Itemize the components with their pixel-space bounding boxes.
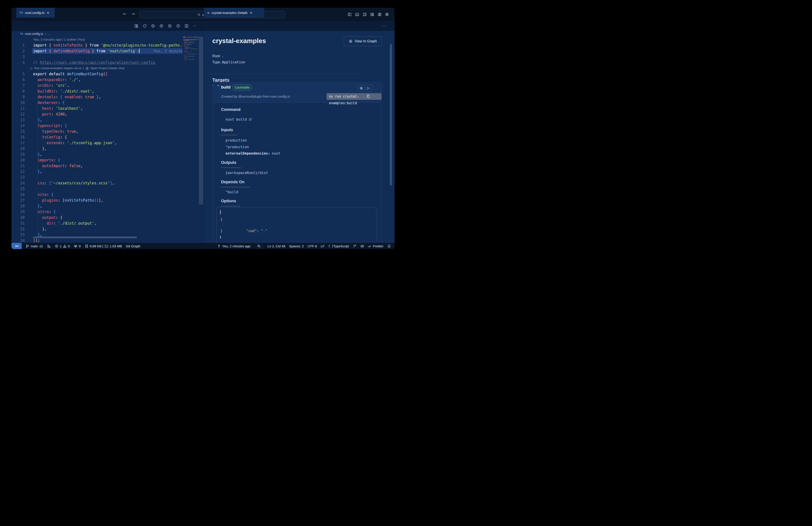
- tab-crystal-examples-details[interactable]: ≡ crystal-examples Details ×: [204, 8, 264, 18]
- blame-indicator[interactable]: You, 2 minutes ago: [217, 244, 250, 248]
- split-editor-icon[interactable]: [185, 24, 189, 28]
- code-line[interactable]: 5export default defineNuxtConfig({: [12, 71, 183, 77]
- view-target-button[interactable]: [358, 85, 365, 91]
- code-line[interactable]: 6 workspaceDir: './',: [12, 77, 183, 83]
- close-tab-icon[interactable]: ×: [46, 11, 49, 15]
- code-line[interactable]: 16 tsConfig: {: [12, 134, 183, 140]
- customize-layout-icon[interactable]: [370, 12, 374, 17]
- editor-vertical-scrollbar[interactable]: [199, 37, 203, 204]
- code-line[interactable]: 23: [12, 174, 183, 180]
- code-line[interactable]: 10 devServer: {: [12, 100, 183, 105]
- code-line[interactable]: 29 nitro: {: [12, 209, 183, 215]
- external-link-icon[interactable]: [248, 118, 252, 121]
- line-number: 5: [12, 71, 25, 77]
- code-line[interactable]: 17 extends: './tsconfig.app.json',: [12, 140, 183, 146]
- code-line[interactable]: 22 },: [12, 169, 183, 174]
- previous-change-icon[interactable]: [151, 24, 155, 28]
- prettier[interactable]: Prettier: [368, 244, 383, 248]
- code-line[interactable]: 25: [12, 186, 183, 192]
- close-tab-icon[interactable]: ×: [249, 11, 252, 15]
- remote-indicator[interactable]: ><: [12, 243, 21, 249]
- panel-scrollbar[interactable]: [390, 44, 392, 185]
- code-line[interactable]: 8 buildDir: './dist/.nuxt',: [12, 88, 183, 94]
- code-line[interactable]: 31 dir: './dist/.output',: [12, 221, 183, 226]
- source-control-graph[interactable]: [47, 244, 51, 248]
- collapse-chevron-icon[interactable]: ^: [217, 85, 220, 88]
- settings-gear-icon[interactable]: ⚙: [385, 12, 389, 17]
- back-arrow-icon[interactable]: ←: [123, 11, 127, 16]
- toggle-primary-sidebar-icon[interactable]: [348, 12, 352, 17]
- code-line[interactable]: 11 host: 'localhost',: [12, 105, 183, 111]
- line-number: 29: [12, 209, 25, 215]
- account-icon[interactable]: [378, 12, 382, 17]
- current-change-icon[interactable]: [159, 24, 163, 28]
- code-line[interactable]: 1import { nxViteTsPaths } from '@nx/vite…: [12, 42, 183, 48]
- encoding[interactable]: UTF-8: [308, 244, 317, 248]
- refresh-icon[interactable]: [143, 24, 147, 28]
- code-line[interactable]: 21 autoImport: false,: [12, 163, 183, 169]
- code-line[interactable]: 32 },: [12, 226, 183, 232]
- code-line[interactable]: 12 port: 4200,: [12, 111, 183, 117]
- code-line[interactable]: 34});: [12, 238, 183, 243]
- code-line[interactable]: 13 },: [12, 117, 183, 123]
- code-line[interactable]: 2import { defineNuxtConfig } from 'nuxt/…: [12, 48, 183, 54]
- eol[interactable]: LF: [321, 244, 324, 248]
- run-command-chip[interactable]: nx run crystal-examples:build: [327, 93, 381, 100]
- next-change-icon[interactable]: [168, 24, 172, 28]
- code-line[interactable]: 26 vite: {: [12, 192, 183, 197]
- code-line[interactable]: 24 css: ['~/assets/css/styles.scss'],: [12, 180, 183, 186]
- code-line[interactable]: 4// https://nuxt.com/docs/api/configurat…: [12, 60, 183, 65]
- toggle-panel-icon[interactable]: [355, 12, 359, 17]
- branch-indicator[interactable]: main: [26, 244, 43, 248]
- panel-more-actions-icon[interactable]: ···: [382, 21, 387, 31]
- code-editor[interactable]: You, 3 minutes ago | 1 author (You)▷Run …: [12, 37, 204, 243]
- breadcrumb-more[interactable]: ...: [48, 32, 50, 35]
- toggle-secondary-sidebar-icon[interactable]: [363, 12, 367, 17]
- command-value[interactable]: nuxt build: [226, 117, 252, 122]
- breadcrumb-file[interactable]: nuxt.config.ts: [25, 32, 43, 35]
- code-line[interactable]: 18 },: [12, 146, 183, 152]
- run-icon[interactable]: ▷: [30, 65, 33, 71]
- code-line[interactable]: 27 plugins: [nxViteTsPaths()],: [12, 197, 183, 203]
- commit-icon: [217, 244, 221, 248]
- cursor-position[interactable]: Ln 2, Col 48: [267, 244, 285, 248]
- open-changes-icon[interactable]: [134, 24, 139, 28]
- code-line[interactable]: 3: [12, 54, 183, 60]
- view-in-graph-button[interactable]: View In Graph: [344, 37, 382, 46]
- git-graph[interactable]: Git Graph: [126, 244, 140, 248]
- language-mode[interactable]: { }TypeScript: [328, 244, 349, 248]
- copy-icon[interactable]: [366, 94, 370, 98]
- file-size-indicator[interactable]: 9.88 KB |1.03 MB: [85, 244, 122, 248]
- ports-indicator[interactable]: 0: [74, 244, 81, 248]
- minimap[interactable]: import { nxViteTsPaths } from '@nx/vite/…: [183, 37, 199, 68]
- codelens-row[interactable]: ▷Run crystal-examples targets via nx|Ope…: [30, 65, 125, 71]
- timeline-icon[interactable]: [176, 24, 180, 28]
- output-item: {workspaceRoot}/dist: [226, 171, 268, 175]
- indentation[interactable]: Spaces: 2: [289, 244, 304, 248]
- line-number: 8: [12, 88, 25, 94]
- breadcrumb[interactable]: TS nuxt.config.ts › ...: [20, 31, 50, 37]
- copilot[interactable]: [360, 244, 364, 248]
- options-json-editor[interactable]: { "cwd": "." }: [216, 207, 376, 243]
- open-project-details-icon[interactable]: [85, 67, 89, 70]
- code-line[interactable]: 30 output: {: [12, 215, 183, 221]
- extension-wand[interactable]: [353, 244, 357, 248]
- tab-nuxt-config[interactable]: TS nuxt.config.ts ×: [16, 8, 55, 18]
- forward-arrow-icon[interactable]: →: [131, 11, 135, 16]
- build-target-header[interactable]: ^ build Cacheable ▷ Created by @nx/nuxt/…: [213, 82, 381, 103]
- code-line[interactable]: 9 devtools: { enabled: true },: [12, 94, 183, 100]
- code-line[interactable]: 20 imports: {: [12, 157, 183, 163]
- notifications[interactable]: [387, 244, 391, 248]
- editor-horizontal-scrollbar[interactable]: [33, 237, 137, 238]
- code-line[interactable]: 7 srcDir: 'src',: [12, 83, 183, 88]
- more-actions-icon[interactable]: ···: [193, 24, 197, 28]
- wand-icon: [353, 244, 357, 248]
- code-line[interactable]: 28 },: [12, 203, 183, 209]
- code-line[interactable]: 19 },: [12, 152, 183, 157]
- code-line[interactable]: 14 typescript: {: [12, 123, 183, 129]
- run-target-button[interactable]: ▷: [366, 85, 373, 91]
- problems-indicator[interactable]: 10: [55, 244, 70, 248]
- code-line[interactable]: 15 typeCheck: true,: [12, 129, 183, 134]
- dotted-underline: [221, 134, 236, 136]
- zoom-indicator[interactable]: [254, 243, 264, 249]
